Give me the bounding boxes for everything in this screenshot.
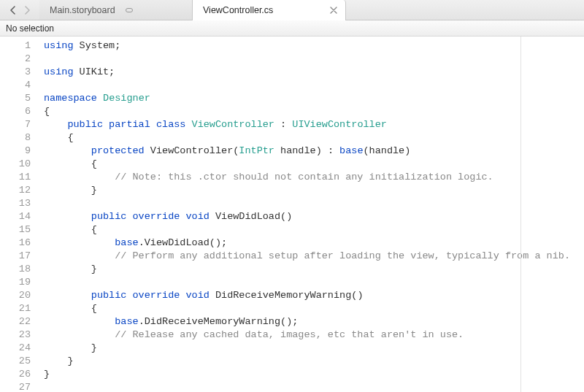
code-content[interactable]: using System; using UIKit; namespace Des… [38, 36, 570, 392]
forward-button[interactable] [22, 5, 32, 15]
line-gutter: 1 2 3 4 5 6 7 8 9 10 11 12 13 14 15 16 1… [0, 36, 38, 392]
pill-icon [126, 8, 133, 12]
selection-text: No selection [6, 23, 54, 34]
tab-viewcontroller[interactable]: ViewController.cs [193, 0, 346, 20]
tab-close-button[interactable] [329, 6, 338, 15]
tab-main-storyboard[interactable]: Main.storyboard [39, 0, 193, 20]
tab-label: ViewController.cs [203, 5, 273, 15]
tab-bar: Main.storyboard ViewController.cs [0, 0, 584, 20]
ruler-line [520, 36, 521, 392]
chevron-right-icon [24, 6, 31, 15]
nav-arrows [0, 0, 39, 20]
tab-label: Main.storyboard [50, 5, 115, 15]
close-icon [330, 7, 337, 14]
code-editor[interactable]: 1 2 3 4 5 6 7 8 9 10 11 12 13 14 15 16 1… [0, 36, 584, 392]
chevron-left-icon [9, 6, 16, 15]
back-button[interactable] [7, 5, 18, 15]
selection-bar[interactable]: No selection [0, 20, 584, 36]
